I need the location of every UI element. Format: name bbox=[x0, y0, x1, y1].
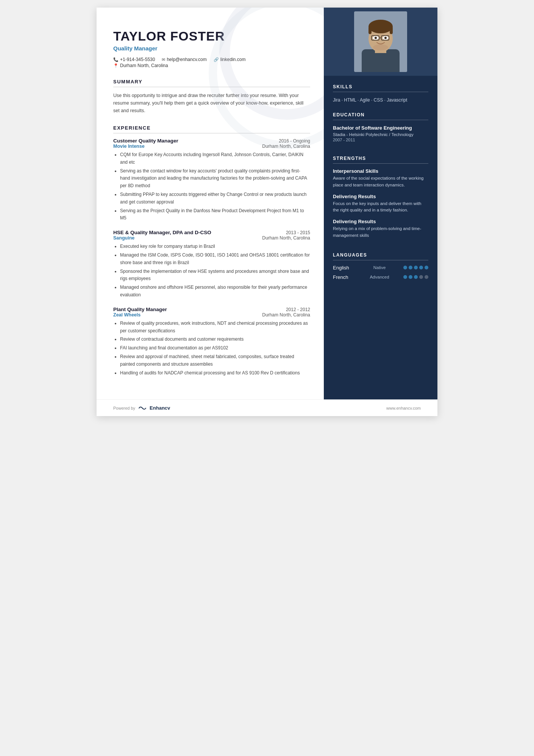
edu-school-1: Stadia - Helsinki Polytechnic / Technolo… bbox=[333, 132, 428, 137]
svg-point-9 bbox=[375, 37, 377, 39]
exp-company-row-2: Sanguine Durham North, Carolina bbox=[113, 235, 310, 241]
summary-text: Use this opportunity to intrigue and dra… bbox=[113, 92, 310, 114]
language-item-1: English Native bbox=[333, 265, 428, 271]
bullet-item: Sponsored the implementation of new HSE … bbox=[120, 268, 310, 283]
strengths-title: STRENGTHS bbox=[333, 156, 428, 164]
strength-name-1: Interpersonal Skills bbox=[333, 168, 428, 174]
exp-company-row-1: Movie Intense Durham North, Carolina bbox=[113, 144, 310, 149]
edu-years-1: 2007 - 2011 bbox=[333, 138, 428, 142]
svg-point-10 bbox=[384, 37, 387, 39]
exp-company-1: Movie Intense bbox=[113, 144, 145, 149]
website-value: linkedin.com bbox=[220, 57, 246, 62]
powered-by-text: Powered by bbox=[113, 406, 135, 410]
location-value: Durham North, Carolina bbox=[120, 63, 168, 68]
header: TAYLOR FOSTER Quality Manager 📞 +1-914-3… bbox=[113, 29, 310, 68]
footer-brand: Powered by Enhancv bbox=[113, 405, 170, 411]
email-icon: ✉ bbox=[162, 57, 165, 62]
strength-desc-3: Relying on a mix of problem-solving and … bbox=[333, 225, 428, 239]
left-column: TAYLOR FOSTER Quality Manager 📞 +1-914-3… bbox=[97, 8, 324, 399]
bullet-item: Executed key role for company startup in… bbox=[120, 243, 310, 250]
phone-contact: 📞 +1-914-345-5530 bbox=[113, 57, 155, 62]
exp-header-1: Customer Quality Manager 2016 - Ongoing bbox=[113, 138, 310, 144]
exp-company-3: Zeal Wheels bbox=[113, 312, 141, 318]
dot bbox=[403, 266, 407, 269]
bullet-item: Submitting PPAP to key accounts triggere… bbox=[120, 191, 310, 206]
contact-row-2: 📍 Durham North, Carolina bbox=[113, 63, 310, 68]
bullet-item: CQM for Europe Key Accounts including In… bbox=[120, 151, 310, 166]
photo-area bbox=[324, 8, 437, 76]
brand-name: Enhancv bbox=[150, 405, 170, 411]
experience-title: EXPERIENCE bbox=[113, 125, 310, 133]
exp-company-row-3: Zeal Wheels Durham North, Carolina bbox=[113, 312, 310, 318]
experience-item-1: Customer Quality Manager 2016 - Ongoing … bbox=[113, 138, 310, 222]
exp-location-2: Durham North, Carolina bbox=[262, 235, 310, 241]
dot bbox=[425, 266, 428, 269]
enhancv-logo-icon bbox=[138, 405, 147, 411]
strength-name-3: Delivering Results bbox=[333, 219, 428, 224]
email-value: help@enhancv.com bbox=[167, 57, 206, 62]
lang-name-1: English bbox=[333, 265, 356, 271]
bullet-item: FAI launching and final documentation as… bbox=[120, 344, 310, 352]
exp-dates-1: 2016 - Ongoing bbox=[279, 138, 310, 144]
edu-degree-1: Bachelor of Software Engineering bbox=[333, 125, 428, 131]
resume-body: TAYLOR FOSTER Quality Manager 📞 +1-914-3… bbox=[97, 8, 437, 399]
dot bbox=[409, 266, 412, 269]
dot bbox=[403, 275, 407, 279]
website-contact: 🔗 linkedin.com bbox=[214, 57, 246, 62]
exp-header-3: Plant Quality Manager 2012 - 2012 bbox=[113, 307, 310, 312]
strength-item-2: Delivering Results Focus on the key inpu… bbox=[333, 194, 428, 214]
exp-header-2: HSE & Quality Manager, DPA and D-CSO 201… bbox=[113, 230, 310, 235]
right-column: SKILLS Jira · HTML · Agile · CSS · Javas… bbox=[324, 8, 437, 399]
exp-location-3: Durham North, Carolina bbox=[262, 312, 310, 318]
dot bbox=[409, 275, 412, 279]
lang-name-2: French bbox=[333, 274, 356, 280]
dot bbox=[419, 275, 423, 279]
footer: Powered by Enhancv www.enhancv.com bbox=[97, 399, 437, 416]
languages-section: LANGUAGES English Native French Advanced bbox=[324, 244, 437, 284]
exp-dates-3: 2012 - 2012 bbox=[286, 307, 310, 312]
experience-item-3: Plant Quality Manager 2012 - 2012 Zeal W… bbox=[113, 307, 310, 377]
link-icon: 🔗 bbox=[214, 57, 219, 62]
education-title: EDUCATION bbox=[333, 112, 428, 120]
strength-item-3: Delivering Results Relying on a mix of p… bbox=[333, 219, 428, 239]
exp-role-3: Plant Quality Manager bbox=[113, 307, 167, 312]
dot bbox=[414, 275, 418, 279]
exp-role-1: Customer Quality Manager bbox=[113, 138, 178, 144]
summary-section: SUMMARY Use this opportunity to intrigue… bbox=[113, 79, 310, 114]
phone-value: +1-914-345-5530 bbox=[120, 57, 155, 62]
bullet-item: Managed the ISM Code, ISPS Code, ISO 900… bbox=[120, 252, 310, 267]
experience-section: EXPERIENCE Customer Quality Manager 2016… bbox=[113, 125, 310, 377]
summary-title: SUMMARY bbox=[113, 79, 310, 87]
lang-dots-2 bbox=[403, 275, 428, 279]
bullet-item: Review and approval of machined, sheet m… bbox=[120, 353, 310, 368]
contact-row-1: 📞 +1-914-345-5530 ✉ help@enhancv.com 🔗 l… bbox=[113, 57, 310, 62]
strength-desc-1: Aware of the social expectations of the … bbox=[333, 175, 428, 188]
candidate-photo bbox=[354, 11, 407, 72]
bullet-item: Handling of audits for NADCAP chemical p… bbox=[120, 369, 310, 377]
dot bbox=[414, 266, 418, 269]
experience-item-2: HSE & Quality Manager, DPA and D-CSO 201… bbox=[113, 230, 310, 299]
bullet-item: Review of contractual documents and cust… bbox=[120, 336, 310, 343]
footer-website: www.enhancv.com bbox=[386, 406, 421, 410]
languages-title: LANGUAGES bbox=[333, 252, 428, 260]
candidate-title: Quality Manager bbox=[113, 45, 310, 52]
location-icon: 📍 bbox=[113, 63, 119, 68]
skills-section: SKILLS Jira · HTML · Agile · CSS · Javas… bbox=[324, 76, 437, 104]
bullet-item: Review of quality procedures, work instr… bbox=[120, 320, 310, 335]
lang-level-1: Native bbox=[368, 265, 391, 270]
svg-point-4 bbox=[368, 20, 393, 33]
lang-dots-1 bbox=[403, 266, 428, 269]
lang-level-2: Advanced bbox=[368, 275, 391, 279]
exp-bullets-3: Review of quality procedures, work instr… bbox=[113, 320, 310, 377]
dot bbox=[425, 275, 428, 279]
svg-rect-6 bbox=[390, 27, 393, 34]
dot bbox=[419, 266, 423, 269]
education-section: EDUCATION Bachelor of Software Engineeri… bbox=[324, 104, 437, 147]
exp-location-1: Durham North, Carolina bbox=[262, 144, 310, 149]
skills-title: SKILLS bbox=[333, 84, 428, 92]
email-contact: ✉ help@enhancv.com bbox=[162, 57, 206, 62]
exp-role-2: HSE & Quality Manager, DPA and D-CSO bbox=[113, 230, 211, 235]
location-contact: 📍 Durham North, Carolina bbox=[113, 63, 168, 68]
bullet-item: Serving as the contact window for key ac… bbox=[120, 167, 310, 190]
skills-text: Jira · HTML · Agile · CSS · Javascript bbox=[333, 97, 428, 104]
